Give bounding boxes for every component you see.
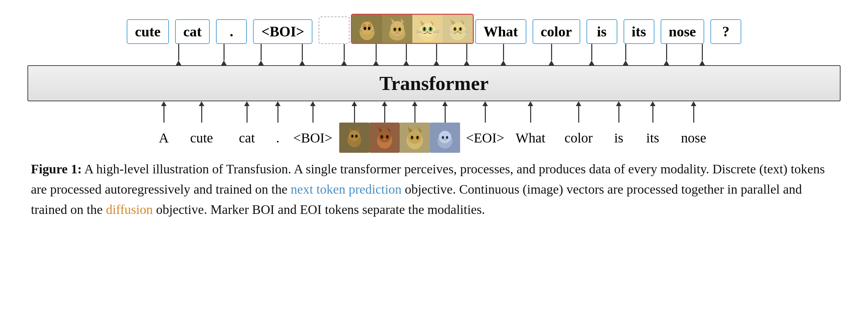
arrow-color-top xyxy=(530,44,573,65)
top-token-dashed xyxy=(319,16,350,44)
img-patch-4 xyxy=(443,15,473,44)
bottom-token-color: color xyxy=(563,130,594,146)
main-container: cute cat . <BOI> xyxy=(0,0,868,309)
img-patch-2 xyxy=(382,15,412,44)
arrow-its-top xyxy=(610,44,641,65)
svg-point-26 xyxy=(399,28,401,31)
caption-text3: objective. Marker BOI and EOI tokens sep… xyxy=(153,202,485,217)
top-token-cat: cat xyxy=(175,19,210,44)
top-token-question: ? xyxy=(710,19,741,44)
bottom-token-boi-col: <BOI> xyxy=(293,130,333,146)
top-token-dashed-col xyxy=(319,16,350,44)
top-token-is-col: is xyxy=(586,19,617,44)
arrow-cat-top xyxy=(208,44,240,65)
bottom-token-period-col: . xyxy=(269,130,286,146)
top-token-nose: nose xyxy=(661,19,704,44)
arrow-img3-bottom xyxy=(400,101,430,123)
top-token-cat-col: cat xyxy=(175,19,210,44)
svg-point-73 xyxy=(384,139,386,140)
bottom-token-a-col: A xyxy=(155,130,172,146)
svg-point-71 xyxy=(381,135,382,138)
svg-point-82 xyxy=(417,136,418,139)
arrow-nose-top xyxy=(647,44,686,65)
bottom-img1-col xyxy=(339,123,369,153)
arrow-img1-bottom xyxy=(339,101,369,123)
bottom-token-eoi-col: <EOI> xyxy=(466,130,504,146)
svg-point-25 xyxy=(394,28,396,31)
arrow-q-top xyxy=(692,44,712,65)
bottom-token-is: is xyxy=(603,130,634,146)
svg-point-85 xyxy=(439,131,451,143)
caption-link: next token prediction xyxy=(291,182,402,196)
top-token-cute-col: cute xyxy=(127,19,169,44)
svg-point-35 xyxy=(424,27,425,31)
arrow-eoi-bottom xyxy=(466,101,504,123)
top-token-cute: cute xyxy=(127,19,169,44)
bottom-token-what: What xyxy=(515,130,546,146)
bottom-token-its: its xyxy=(637,130,668,146)
svg-point-11 xyxy=(366,30,368,31)
bottom-token-nose-col: nose xyxy=(674,130,713,146)
figure-label: Figure 1: xyxy=(31,162,82,176)
bottom-token-a: A xyxy=(148,130,179,146)
top-image-group xyxy=(351,14,474,44)
svg-point-27 xyxy=(396,31,398,33)
top-token-what: What xyxy=(475,19,526,44)
svg-point-81 xyxy=(411,136,413,139)
top-token-period: . xyxy=(216,19,247,44)
svg-point-10 xyxy=(368,27,370,29)
svg-point-49 xyxy=(460,27,461,30)
arrow-its-bottom xyxy=(637,101,668,123)
transformer-box: Transformer xyxy=(27,65,841,101)
svg-point-37 xyxy=(426,31,429,33)
arrow-color-bottom xyxy=(557,101,600,123)
arrow-cat-bottom xyxy=(231,101,263,123)
top-token-color: color xyxy=(533,19,580,44)
caption-diffusion: diffusion xyxy=(106,202,153,217)
arrow-what-bottom xyxy=(510,101,551,123)
svg-point-50 xyxy=(457,31,459,32)
top-token-boi-col: <BOI> xyxy=(253,19,312,44)
bottom-token-nose: nose xyxy=(678,130,709,146)
bottom-token-cat: cat xyxy=(231,130,262,146)
svg-point-36 xyxy=(430,27,431,31)
top-token-nose-col: nose xyxy=(661,19,704,44)
arrow-cute-bottom xyxy=(179,101,225,123)
top-token-question-col: ? xyxy=(710,19,741,44)
bottom-token-what-col: What xyxy=(510,130,551,146)
diagram-area: cute cat . <BOI> xyxy=(27,14,841,153)
img-patch-1 xyxy=(352,15,382,44)
svg-point-62 xyxy=(352,135,353,137)
top-image-group-col xyxy=(351,14,474,44)
arrow-nose-bottom xyxy=(674,101,713,123)
svg-point-91 xyxy=(446,136,448,138)
arrow-cute-top xyxy=(156,44,202,65)
bottom-img1 xyxy=(339,123,369,153)
bottom-img3 xyxy=(400,123,430,153)
bottom-token-eoi: <EOI> xyxy=(466,130,504,146)
bottom-token-is-col: is xyxy=(606,130,631,146)
arrow-a-bottom xyxy=(155,101,172,123)
arrow-dashed-top xyxy=(329,44,359,65)
top-token-boi: <BOI> xyxy=(253,19,312,44)
bottom-token-color-col: color xyxy=(557,130,600,146)
arrow-img4-top xyxy=(452,44,482,65)
arrow-boi-top xyxy=(282,44,322,65)
top-token-color-col: color xyxy=(533,19,580,44)
top-token-its-col: its xyxy=(624,19,654,44)
caption: Figure 1: A high-level illustration of T… xyxy=(27,159,841,220)
arrow-what-top xyxy=(483,44,524,65)
svg-point-48 xyxy=(454,27,456,30)
bottom-token-cat-col: cat xyxy=(231,130,263,146)
top-token-period-col: . xyxy=(216,19,247,44)
arrow-img4-bottom xyxy=(430,101,460,123)
arrow-period-bottom xyxy=(269,101,286,123)
svg-point-72 xyxy=(387,135,388,138)
top-token-what-col: What xyxy=(475,19,526,44)
arrow-img2-bottom xyxy=(369,101,400,123)
top-token-its: its xyxy=(624,19,654,44)
bottom-token-period: . xyxy=(262,130,293,146)
svg-point-92 xyxy=(444,139,446,140)
bottom-token-boi: <BOI> xyxy=(293,130,332,146)
bottom-img3-col xyxy=(400,123,430,153)
